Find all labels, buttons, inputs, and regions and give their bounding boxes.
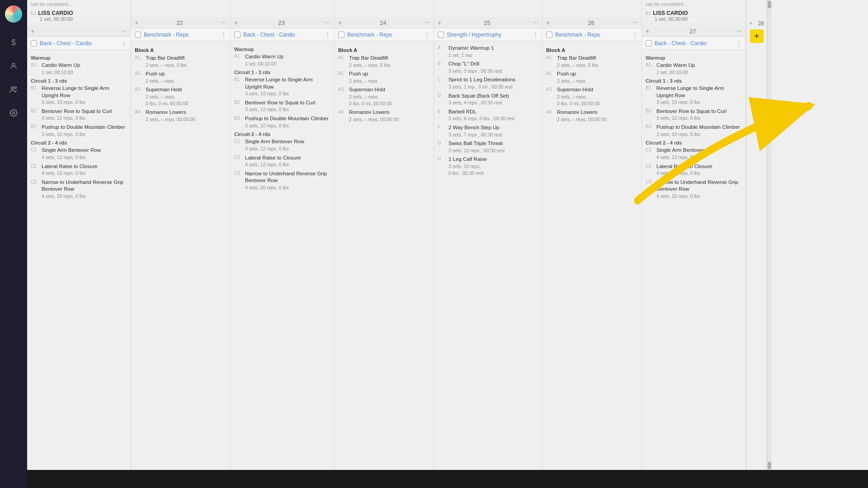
- column-content-25: A Dynamic Warmup 11 set, 1 rep B Chop "L…: [434, 41, 542, 470]
- workout-more-26[interactable]: ⋮: [632, 31, 638, 38]
- workout-header-24: Benchmark - Reps ⋮: [335, 28, 434, 41]
- workout-title-27[interactable]: Back - Chest - Cardio: [655, 40, 707, 47]
- workout-header-22: Benchmark - Reps ⋮: [131, 28, 230, 41]
- exercise-row: D Back Squat (Back Off Set)3 sets, 4 rep…: [438, 93, 538, 106]
- workout-more-25[interactable]: ⋮: [533, 31, 538, 38]
- day-add-26[interactable]: +: [546, 19, 550, 26]
- workout-more-23[interactable]: ⋮: [325, 31, 330, 38]
- exercise-row: A1 Cardio Warm Up1 set, 00:10:00: [234, 53, 330, 67]
- svg-point-3: [13, 112, 15, 114]
- right-scrollbar[interactable]: [767, 0, 771, 470]
- column-24: + 24 ⋯ Benchmark - Reps ⋮ Block A A1 Tra…: [335, 0, 434, 470]
- workout-checkbox-22[interactable]: [135, 32, 141, 38]
- column-content-24: Block A A1 Trap Bar Deadlift2 sets, – re…: [335, 41, 434, 470]
- workout-title-21[interactable]: Back - Chest - Cardio: [40, 40, 92, 47]
- exercise-row: A1 Trap Bar Deadlift2 sets, – reps, 0 lb…: [338, 55, 430, 68]
- column-content-26: Block A A1 Trap Bar Deadlift2 sets, – re…: [542, 41, 642, 470]
- exercise-row: F 2 Way Bench Step Up3 sets, 7 reps , 00…: [438, 124, 538, 138]
- exercise-row: C1 Single Arm Bentover Row4 sets, 12 rep…: [31, 147, 127, 160]
- exercise-row: C2 Lateral Raise to Closure4 sets, 12 re…: [234, 155, 330, 168]
- sidebar-icon-dollar[interactable]: $: [6, 35, 21, 50]
- exercise-row: C3 Narrow to Underhand Reverse Grip Bent…: [31, 179, 127, 200]
- day-add-28-top[interactable]: +: [749, 20, 753, 27]
- column-23: + 23 ⋯ Back - Chest - Cardio ⋮ Warmup A1…: [231, 0, 335, 470]
- incomplete-notice-27: can be completed...: [642, 0, 745, 8]
- exercise-row: B3 Pushup to Double Mountain Climber3 se…: [31, 124, 127, 137]
- day-add-22[interactable]: +: [135, 19, 138, 26]
- exercise-row: B2 Bentover Row to Squat to Curl3 sets, …: [646, 108, 742, 122]
- sidebar-icon-person[interactable]: [6, 59, 21, 73]
- workout-header-23: Back - Chest - Cardio ⋮: [231, 28, 334, 41]
- day-header-22: + 22 ⋯: [131, 17, 230, 28]
- column-content-22: Block A A1 Trap Bar Deadlift2 sets, – re…: [131, 41, 230, 470]
- sidebar: $: [0, 0, 27, 488]
- exercise-row: A1 Trap Bar Deadlift2 sets, – reps, 0 lb…: [546, 55, 638, 68]
- workout-checkbox-27[interactable]: [646, 40, 652, 47]
- day-add-23[interactable]: +: [234, 19, 238, 26]
- exercise-row: B3 Pushup to Double Mountain Climber3 se…: [234, 115, 330, 129]
- exercise-row: A4 Romanov Lowers2 sets, – reps, 00:00:0…: [135, 109, 226, 122]
- workout-title-26[interactable]: Benchmark - Reps: [555, 32, 600, 38]
- liss-detail-21: 1 set, 00:30:00: [31, 16, 127, 22]
- bottom-bar: [27, 470, 868, 488]
- day-add-25[interactable]: +: [438, 19, 441, 26]
- exercise-row: E Barbell RDL3 sets, 8 reps, 0 lbs , 00:…: [438, 108, 538, 122]
- liss-block-21: E1 LISS CARDIO 1 set, 00:30:00: [27, 8, 131, 24]
- workout-more-24[interactable]: ⋮: [424, 31, 430, 38]
- workout-title-22[interactable]: Benchmark - Reps: [144, 32, 189, 38]
- column-21: can be completed... E1 LISS CARDIO 1 set…: [27, 0, 131, 470]
- exercise-row: A2 Push up2 sets, – reps: [338, 70, 430, 84]
- workout-checkbox-23[interactable]: [234, 32, 241, 38]
- workout-title-23[interactable]: Back - Chest - Cardio: [243, 32, 295, 38]
- exercise-row: H 1 Leg Calf Raise3 sets, 15 reps,0 lbs …: [438, 156, 538, 176]
- day-add-21[interactable]: +: [31, 28, 34, 35]
- exercise-row: C1 Single Arm Bentover Row4 sets, 12 rep…: [234, 138, 330, 152]
- workout-more-21[interactable]: ⋮: [121, 40, 127, 47]
- exercise-row: A Dynamic Warmup 11 set, 1 rep: [438, 45, 538, 58]
- exercise-row: C1 Single Arm Bentover Row4 sets, 12 rep…: [646, 147, 742, 160]
- workout-more-22[interactable]: ⋮: [221, 31, 226, 38]
- column-22: + 22 ⋯ Benchmark - Reps ⋮ Block A A1 Tra…: [131, 0, 231, 470]
- day-header-23: + 23 ⋯: [231, 17, 334, 28]
- exercise-row: A1 Cardio Warm Up1 set, 00:10:00: [646, 62, 742, 75]
- workout-checkbox-24[interactable]: [338, 32, 344, 38]
- column-25: + 25 ⋯ Strength / Hypertrophy ⋮ A Dynami…: [434, 0, 542, 470]
- exercise-row: C2 Lateral Raise to Closure4 sets, 12 re…: [31, 163, 127, 177]
- liss-label-27: E1: [646, 11, 651, 16]
- exercise-row: B1 Reverse Lunge to Single Arm Upright R…: [234, 76, 330, 97]
- workout-header-25: Strength / Hypertrophy ⋮: [434, 28, 542, 41]
- exercise-row: A2 Push up2 sets, – reps: [135, 70, 226, 84]
- exercise-row: A3 Superman Hold2 sets, – reps,0 lbs, 0 …: [135, 86, 226, 107]
- workout-more-27[interactable]: ⋮: [736, 40, 742, 47]
- liss-detail-27: 1 set, 00:30:00: [646, 16, 742, 22]
- exercise-row: B Chop "L" Drill3 sets, 3 reps , 00:30 r…: [438, 61, 538, 74]
- liss-title-27: LISS CARDIO: [653, 10, 688, 16]
- liss-title-21: LISS CARDIO: [38, 10, 73, 16]
- add-day-button[interactable]: +: [750, 29, 764, 43]
- sidebar-icon-people[interactable]: [6, 82, 21, 97]
- exercise-row: A1 Cardio Warm Up1 set, 00:10:00: [31, 62, 127, 75]
- workout-header-26: Benchmark - Reps ⋮: [542, 28, 642, 41]
- exercise-row: A3 Superman Hold2 sets, – reps,0 lbs, 0 …: [546, 86, 638, 107]
- exercise-row: A4 Romanov Lowers2 sets, – reps, 00:00:0…: [546, 109, 638, 122]
- workout-title-25[interactable]: Strength / Hypertrophy: [447, 32, 501, 38]
- liss-label-21: E1: [31, 11, 36, 16]
- day-header-25: + 25 ⋯: [434, 17, 542, 28]
- day-add-24[interactable]: +: [338, 19, 342, 26]
- day-add-27[interactable]: +: [646, 28, 649, 35]
- workout-title-24[interactable]: Benchmark - Reps: [347, 32, 392, 38]
- workout-checkbox-25[interactable]: [438, 32, 444, 38]
- day-header-21: + ⋯: [27, 26, 131, 37]
- liss-block-27: E1 LISS CARDIO 1 set, 00:30:00: [642, 8, 745, 24]
- exercise-row: G Swiss Ball Triple Threat3 sets, 10 rep…: [438, 140, 538, 154]
- exercise-row: A3 Superman Hold2 sets, – reps,0 lbs, 0 …: [338, 86, 430, 107]
- sidebar-icon-gear[interactable]: [6, 106, 21, 120]
- exercise-row: B1 Reverse Lunge to Single Arm Upright R…: [31, 85, 127, 106]
- exercise-row: B3 Pushup to Double Mountain Climber3 se…: [646, 124, 742, 137]
- workout-checkbox-26[interactable]: [546, 32, 552, 38]
- workout-checkbox-21[interactable]: [31, 40, 37, 47]
- svg-point-1: [11, 87, 14, 89]
- exercise-row: B1 Reverse Lunge to Single Arm Upright R…: [646, 85, 742, 106]
- app-logo[interactable]: [5, 5, 22, 23]
- column-26: + 26 ⋯ Benchmark - Reps ⋮ Block A A1 Tra…: [542, 0, 642, 470]
